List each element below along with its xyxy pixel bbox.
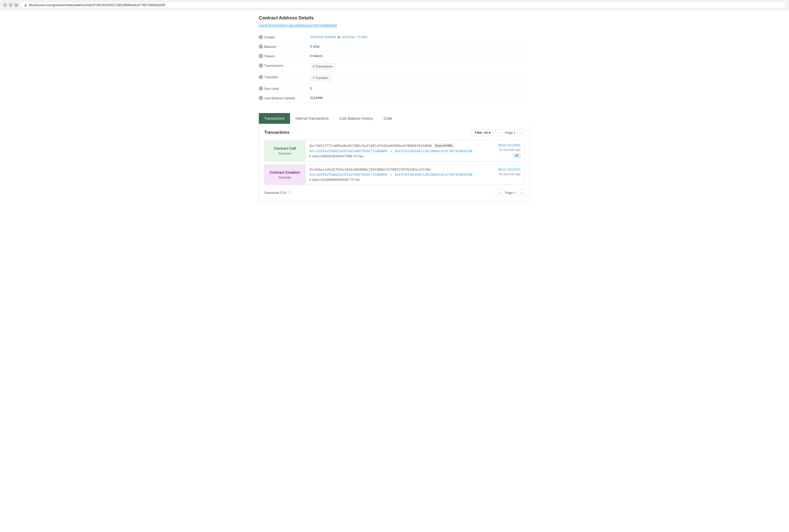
- contract-header: Contract Address Details 0xb1F35230c645C…: [259, 15, 530, 27]
- tokens-value: 0 tokens: [310, 54, 323, 58]
- gas-used-label: i Gas Used: [259, 87, 310, 91]
- tx-type-badge: Contract Creation Success: [264, 165, 306, 185]
- download-icon: 📄: [288, 191, 292, 195]
- tx-type-label: Contract Creation: [270, 170, 300, 174]
- lock-icon: 🔒: [24, 3, 27, 7]
- tab-internal-transactions[interactable]: Internal Transactions: [290, 113, 334, 124]
- tx-time: 19 seconds ago: [488, 148, 520, 152]
- contract-address-link[interactable]: 0xb1F35230c645C12Bc3066dcdcd774E704983d2…: [259, 23, 337, 27]
- prev-page-button[interactable]: ‹: [496, 129, 503, 136]
- tokens-label: i Tokens: [259, 54, 310, 58]
- transfers-value: 0 Transfers: [310, 75, 331, 81]
- address-bar[interactable]: 🔒 blockscout.com/gnosis/chiado/address/0…: [20, 2, 786, 8]
- tx-hash-value: 0xc816ec2e9c827534c34d4c8b6d68bc33543066…: [310, 168, 432, 171]
- browser-controls: ‹ › ↻: [3, 3, 18, 7]
- info-icon: i: [259, 35, 263, 39]
- balance-row: i Balance 0 xDai: [259, 42, 530, 52]
- creator-tx-link[interactable]: 0xc816ec-7119bc: [342, 35, 368, 39]
- page-wrapper: Contract Address Details 0xb1F35230c645C…: [0, 10, 789, 532]
- tokens-row: i Tokens 0 tokens: [259, 52, 530, 61]
- forward-button[interactable]: ›: [9, 3, 13, 7]
- transactions-title: Transactions: [264, 130, 290, 135]
- creator-from-link[interactable]: 0xfc62e9-4bbbd9: [310, 35, 336, 39]
- transactions-label: i Transactions: [259, 63, 310, 68]
- info-icon-last-balance: i: [259, 96, 263, 100]
- transfers-badge[interactable]: 0 Transfers: [310, 75, 331, 81]
- arrow-icon: →: [390, 173, 392, 176]
- download-csv-link[interactable]: Download CSV 📄: [264, 191, 292, 195]
- tx-hash-value: 0xc7ddf1ff7fcdd95a4be817306c7baf3d91c676…: [310, 144, 432, 148]
- transactions-header: Transactions Filter: All ▾ ‹ Page 1 ›: [264, 129, 525, 136]
- back-button[interactable]: ‹: [3, 3, 7, 7]
- tx-details: 0xc7ddf1ff7fcdd95a4be817306c7baf3d91c676…: [306, 140, 483, 161]
- main-content: Contract Address Details 0xb1F35230c645C…: [254, 10, 535, 207]
- tx-block[interactable]: Block #3119472: [488, 168, 520, 171]
- tab-coin-balance-history[interactable]: Coin Balance History: [334, 113, 378, 124]
- info-icon-transfers: i: [259, 75, 263, 79]
- transactions-row: i Transactions 0 Transactions: [259, 61, 530, 72]
- bottom-pagination: ‹ Page 1 ›: [496, 189, 525, 196]
- tab-code[interactable]: Code: [378, 113, 397, 124]
- next-page-button[interactable]: ›: [518, 129, 525, 136]
- tx-route: 0xFc62E94af9aBd25a1D7abfe00F7034Cf154BbB…: [310, 173, 479, 176]
- transactions-badge[interactable]: 0 Transactions: [310, 63, 336, 70]
- creator-value: 0xfc62e9-4bbbd9 at 0xc816ec-7119bc: [310, 35, 368, 39]
- transfers-label: i Transfers: [259, 75, 310, 79]
- tx-route: 0xFc62E94af9aBd25a1D7abfe00F7034Cf154BbB…: [310, 149, 479, 153]
- balance-label: i Balance: [259, 44, 310, 49]
- tx-status: Success: [278, 151, 291, 155]
- tab-content: Transactions Filter: All ▾ ‹ Page 1 › Co…: [259, 124, 530, 202]
- bottom-next-page-button[interactable]: ›: [518, 189, 525, 196]
- tx-meta: Block #3119472 59 seconds ago: [483, 165, 525, 185]
- tabs: Transactions Internal Transactions Coin …: [259, 113, 530, 124]
- bottom-prev-page-button[interactable]: ‹: [496, 189, 503, 196]
- top-pagination: Filter: All ▾ ‹ Page 1 ›: [472, 129, 525, 136]
- last-balance-value: 3119480: [310, 96, 323, 100]
- details-grid: i Creator 0xfc62e9-4bbbd9 at 0xc816ec-71…: [259, 33, 530, 103]
- tx-from-link[interactable]: 0xFc62E94af9aBd25a1D7abfe00F7034Cf154BbB…: [310, 149, 387, 153]
- transactions-value: 0 Transactions: [310, 63, 336, 70]
- tx-to-link[interactable]: 0xb1F35230c645C12Bc3066dcdcd774E704983d2…: [395, 173, 472, 176]
- table-row: Contract Creation Success 0xc816ec2e9c82…: [264, 165, 525, 185]
- tx-meta: Block #3119480 19 seconds ago IN: [483, 140, 525, 161]
- tabs-container: Transactions Internal Transactions Coin …: [259, 113, 530, 124]
- info-icon-balance: i: [259, 44, 263, 49]
- gas-used-value: 0: [310, 87, 312, 90]
- url-text: blockscout.com/gnosis/chiado/address/0xb…: [29, 3, 165, 7]
- info-icon-tokens: i: [259, 54, 263, 58]
- page-info: Page 1: [505, 131, 516, 135]
- bottom-bar: Download CSV 📄 ‹ Page 1 ›: [264, 189, 525, 196]
- reload-button[interactable]: ↻: [14, 3, 18, 7]
- tab-transactions[interactable]: Transactions: [259, 113, 290, 124]
- tx-fee: 0 xDai 0.000102363000477694 TX Fee: [310, 154, 479, 158]
- creator-label: i Creator: [259, 35, 310, 39]
- info-icon-transactions: i: [259, 63, 263, 68]
- divider: [259, 103, 530, 113]
- tx-status: Success: [278, 175, 291, 179]
- info-icon-gas: i: [259, 87, 263, 91]
- tx-hash-row: 0xc816ec2e9c827534c34d4c8b6d68bc33543066…: [310, 168, 479, 171]
- gas-used-row: i Gas Used 0: [259, 84, 530, 93]
- tx-fee: 0 xDai 0.0018084000084392 TX Fee: [310, 178, 479, 182]
- tx-block[interactable]: Block #3119480: [488, 144, 520, 147]
- tx-to-link[interactable]: 0xb1F35230c645C12Bc3066dcdcd774E704983d2…: [395, 149, 472, 153]
- tx-type-badge: Contract Call Success: [264, 140, 306, 161]
- transfers-row: i Transfers 0 Transfers: [259, 72, 530, 84]
- arrow-icon: →: [390, 149, 392, 153]
- tx-hash-row: 0xc7ddf1ff7fcdd95a4be817306c7baf3d91c676…: [310, 144, 479, 148]
- page-title: Contract Address Details: [259, 15, 530, 21]
- creator-row: i Creator 0xfc62e9-4bbbd9 at 0xc816ec-71…: [259, 33, 530, 42]
- browser-bar: ‹ › ↻ 🔒 blockscout.com/gnosis/chiado/add…: [0, 0, 789, 10]
- filter-button[interactable]: Filter: All ▾: [472, 129, 494, 136]
- balance-value: 0 xDai: [310, 44, 319, 48]
- bottom-page-info: Page 1: [505, 191, 516, 195]
- last-balance-label: i Last Balance Update: [259, 96, 310, 100]
- tx-time: 59 seconds ago: [488, 172, 520, 176]
- tx-type-label: Contract Call: [274, 146, 296, 150]
- chevron-down-icon: ▾: [489, 131, 491, 135]
- tx-hash-badge: 0xaacbf88b: [434, 144, 454, 148]
- last-balance-row: i Last Balance Update 3119480: [259, 93, 530, 103]
- tx-from-link[interactable]: 0xFc62E94af9aBd25a1D7abfe00F7034Cf154BbB…: [310, 173, 387, 176]
- tx-direction-badge: IN: [513, 153, 520, 158]
- table-row: Contract Call Success 0xc7ddf1ff7fcdd95a…: [264, 140, 525, 162]
